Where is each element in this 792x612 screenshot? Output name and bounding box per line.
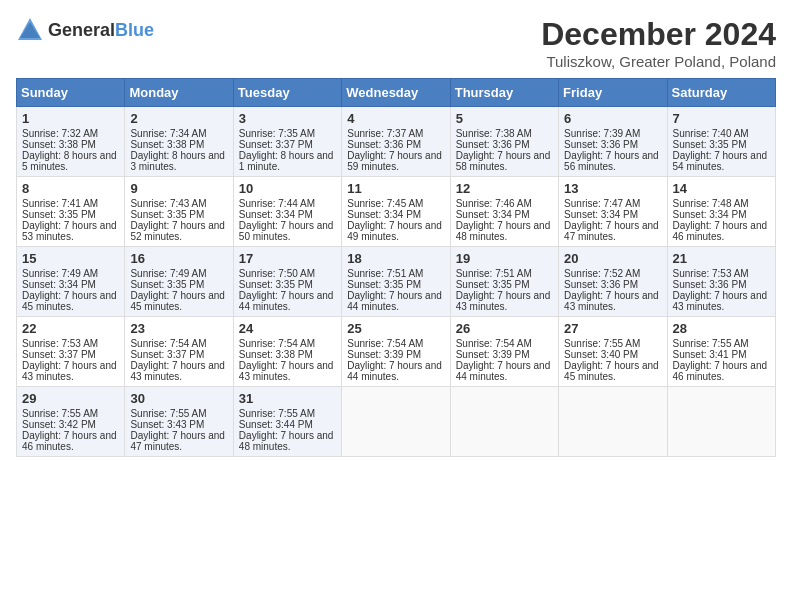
weekday-header-sunday: Sunday [17,79,125,107]
day-number: 2 [130,111,227,126]
sunset-text: Sunset: 3:35 PM [239,279,313,290]
calendar-cell: 24Sunrise: 7:54 AMSunset: 3:38 PMDayligh… [233,317,341,387]
calendar-cell: 23Sunrise: 7:54 AMSunset: 3:37 PMDayligh… [125,317,233,387]
sunrise-text: Sunrise: 7:46 AM [456,198,532,209]
sunset-text: Sunset: 3:37 PM [22,349,96,360]
day-number: 23 [130,321,227,336]
calendar-cell: 12Sunrise: 7:46 AMSunset: 3:34 PMDayligh… [450,177,558,247]
daylight-text: Daylight: 7 hours and 54 minutes. [673,150,768,172]
calendar-cell [450,387,558,457]
sunset-text: Sunset: 3:38 PM [22,139,96,150]
calendar-cell: 25Sunrise: 7:54 AMSunset: 3:39 PMDayligh… [342,317,450,387]
day-number: 15 [22,251,119,266]
daylight-text: Daylight: 7 hours and 45 minutes. [564,360,659,382]
sunrise-text: Sunrise: 7:55 AM [564,338,640,349]
sunrise-text: Sunrise: 7:54 AM [239,338,315,349]
sunrise-text: Sunrise: 7:48 AM [673,198,749,209]
sunset-text: Sunset: 3:37 PM [130,349,204,360]
day-number: 19 [456,251,553,266]
sunrise-text: Sunrise: 7:51 AM [456,268,532,279]
day-number: 22 [22,321,119,336]
calendar-cell: 1Sunrise: 7:32 AMSunset: 3:38 PMDaylight… [17,107,125,177]
daylight-text: Daylight: 7 hours and 48 minutes. [456,220,551,242]
day-number: 12 [456,181,553,196]
sunrise-text: Sunrise: 7:39 AM [564,128,640,139]
sunset-text: Sunset: 3:36 PM [564,279,638,290]
sunset-text: Sunset: 3:34 PM [673,209,747,220]
daylight-text: Daylight: 7 hours and 43 minutes. [239,360,334,382]
sunset-text: Sunset: 3:36 PM [673,279,747,290]
daylight-text: Daylight: 7 hours and 44 minutes. [456,360,551,382]
weekday-header-wednesday: Wednesday [342,79,450,107]
daylight-text: Daylight: 7 hours and 53 minutes. [22,220,117,242]
calendar-week-row: 15Sunrise: 7:49 AMSunset: 3:34 PMDayligh… [17,247,776,317]
sunset-text: Sunset: 3:38 PM [130,139,204,150]
daylight-text: Daylight: 8 hours and 1 minute. [239,150,334,172]
daylight-text: Daylight: 7 hours and 43 minutes. [673,290,768,312]
sunset-text: Sunset: 3:36 PM [456,139,530,150]
sunrise-text: Sunrise: 7:55 AM [239,408,315,419]
day-number: 6 [564,111,661,126]
daylight-text: Daylight: 7 hours and 47 minutes. [130,430,225,452]
calendar-week-row: 1Sunrise: 7:32 AMSunset: 3:38 PMDaylight… [17,107,776,177]
sunrise-text: Sunrise: 7:55 AM [673,338,749,349]
sunset-text: Sunset: 3:35 PM [673,139,747,150]
daylight-text: Daylight: 7 hours and 49 minutes. [347,220,442,242]
logo: GeneralBlue [16,16,154,44]
calendar-cell: 20Sunrise: 7:52 AMSunset: 3:36 PMDayligh… [559,247,667,317]
sunrise-text: Sunrise: 7:53 AM [673,268,749,279]
calendar-cell: 27Sunrise: 7:55 AMSunset: 3:40 PMDayligh… [559,317,667,387]
sunrise-text: Sunrise: 7:51 AM [347,268,423,279]
weekday-header-row: SundayMondayTuesdayWednesdayThursdayFrid… [17,79,776,107]
sunrise-text: Sunrise: 7:45 AM [347,198,423,209]
sunset-text: Sunset: 3:35 PM [130,279,204,290]
sunset-text: Sunset: 3:36 PM [347,139,421,150]
sunrise-text: Sunrise: 7:38 AM [456,128,532,139]
svg-marker-1 [20,22,40,38]
daylight-text: Daylight: 7 hours and 44 minutes. [347,290,442,312]
main-title: December 2024 [541,16,776,53]
daylight-text: Daylight: 7 hours and 43 minutes. [456,290,551,312]
sunset-text: Sunset: 3:35 PM [456,279,530,290]
sunrise-text: Sunrise: 7:55 AM [130,408,206,419]
daylight-text: Daylight: 7 hours and 56 minutes. [564,150,659,172]
sunrise-text: Sunrise: 7:55 AM [22,408,98,419]
day-number: 7 [673,111,770,126]
daylight-text: Daylight: 7 hours and 46 minutes. [22,430,117,452]
calendar-cell: 3Sunrise: 7:35 AMSunset: 3:37 PMDaylight… [233,107,341,177]
daylight-text: Daylight: 8 hours and 3 minutes. [130,150,225,172]
calendar-cell: 19Sunrise: 7:51 AMSunset: 3:35 PMDayligh… [450,247,558,317]
calendar-cell: 21Sunrise: 7:53 AMSunset: 3:36 PMDayligh… [667,247,775,317]
calendar-cell: 16Sunrise: 7:49 AMSunset: 3:35 PMDayligh… [125,247,233,317]
calendar-week-row: 22Sunrise: 7:53 AMSunset: 3:37 PMDayligh… [17,317,776,387]
day-number: 18 [347,251,444,266]
sunrise-text: Sunrise: 7:49 AM [130,268,206,279]
calendar-cell: 9Sunrise: 7:43 AMSunset: 3:35 PMDaylight… [125,177,233,247]
daylight-text: Daylight: 7 hours and 43 minutes. [564,290,659,312]
calendar-cell: 7Sunrise: 7:40 AMSunset: 3:35 PMDaylight… [667,107,775,177]
sunrise-text: Sunrise: 7:54 AM [347,338,423,349]
daylight-text: Daylight: 7 hours and 45 minutes. [22,290,117,312]
sunset-text: Sunset: 3:34 PM [456,209,530,220]
day-number: 27 [564,321,661,336]
sunset-text: Sunset: 3:36 PM [564,139,638,150]
sunrise-text: Sunrise: 7:41 AM [22,198,98,209]
calendar-cell: 22Sunrise: 7:53 AMSunset: 3:37 PMDayligh… [17,317,125,387]
header: GeneralBlue December 2024 Tuliszkow, Gre… [16,16,776,70]
day-number: 11 [347,181,444,196]
weekday-header-thursday: Thursday [450,79,558,107]
calendar-cell: 4Sunrise: 7:37 AMSunset: 3:36 PMDaylight… [342,107,450,177]
weekday-header-saturday: Saturday [667,79,775,107]
sunset-text: Sunset: 3:43 PM [130,419,204,430]
logo-general: General [48,20,115,40]
day-number: 25 [347,321,444,336]
day-number: 10 [239,181,336,196]
calendar-cell: 8Sunrise: 7:41 AMSunset: 3:35 PMDaylight… [17,177,125,247]
weekday-header-friday: Friday [559,79,667,107]
daylight-text: Daylight: 7 hours and 43 minutes. [130,360,225,382]
daylight-text: Daylight: 7 hours and 45 minutes. [130,290,225,312]
day-number: 26 [456,321,553,336]
sunset-text: Sunset: 3:35 PM [22,209,96,220]
sunrise-text: Sunrise: 7:43 AM [130,198,206,209]
daylight-text: Daylight: 7 hours and 50 minutes. [239,220,334,242]
